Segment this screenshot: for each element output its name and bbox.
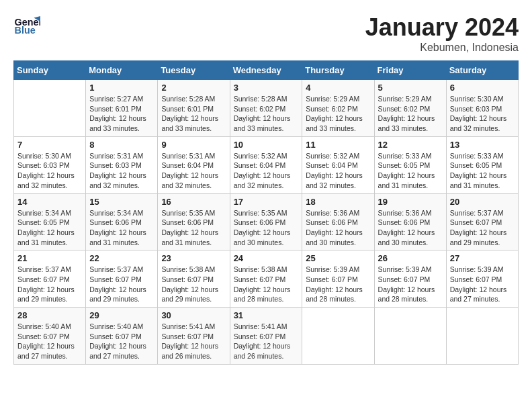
- day-number: 15: [89, 197, 154, 207]
- day-number: 4: [306, 83, 370, 93]
- weekday-header-saturday: Saturday: [446, 61, 518, 80]
- day-info: Sunrise: 5:30 AMSunset: 6:03 PMDaylight:…: [450, 94, 515, 134]
- calendar-cell: 5Sunrise: 5:29 AMSunset: 6:02 PMDaylight…: [374, 80, 446, 137]
- day-number: 2: [161, 83, 226, 93]
- day-info: Sunrise: 5:28 AMSunset: 6:02 PMDaylight:…: [234, 94, 299, 134]
- day-info: Sunrise: 5:39 AMSunset: 6:07 PMDaylight:…: [450, 265, 515, 304]
- day-info: Sunrise: 5:41 AMSunset: 6:07 PMDaylight:…: [234, 322, 299, 361]
- calendar-cell: 19Sunrise: 5:36 AMSunset: 6:06 PMDayligh…: [374, 193, 446, 250]
- day-info: Sunrise: 5:29 AMSunset: 6:02 PMDaylight:…: [378, 94, 443, 134]
- day-number: 10: [234, 140, 299, 150]
- calendar-cell: 3Sunrise: 5:28 AMSunset: 6:02 PMDaylight…: [230, 80, 302, 137]
- calendar-cell: 2Sunrise: 5:28 AMSunset: 6:01 PMDaylight…: [158, 80, 230, 137]
- calendar-cell: 8Sunrise: 5:31 AMSunset: 6:03 PMDaylight…: [86, 136, 158, 193]
- day-number: 7: [17, 140, 82, 150]
- location: Kebumen, Indonesia: [365, 42, 519, 54]
- day-info: Sunrise: 5:37 AMSunset: 6:07 PMDaylight:…: [450, 208, 515, 248]
- calendar-cell: 21Sunrise: 5:37 AMSunset: 6:07 PMDayligh…: [14, 250, 86, 308]
- calendar-cell: 14Sunrise: 5:34 AMSunset: 6:05 PMDayligh…: [14, 193, 86, 250]
- day-number: 6: [450, 83, 515, 93]
- day-number: 30: [161, 310, 226, 320]
- day-info: Sunrise: 5:40 AMSunset: 6:07 PMDaylight:…: [17, 322, 82, 361]
- calendar-cell: 9Sunrise: 5:31 AMSunset: 6:04 PMDaylight…: [158, 136, 230, 193]
- day-number: 20: [450, 197, 515, 207]
- calendar-cell: 6Sunrise: 5:30 AMSunset: 6:03 PMDaylight…: [446, 80, 518, 137]
- day-number: 8: [89, 140, 154, 150]
- day-info: Sunrise: 5:31 AMSunset: 6:03 PMDaylight:…: [89, 151, 154, 191]
- calendar-cell: [374, 308, 446, 365]
- day-number: 22: [89, 253, 154, 263]
- day-info: Sunrise: 5:34 AMSunset: 6:05 PMDaylight:…: [17, 208, 82, 248]
- calendar-cell: 10Sunrise: 5:32 AMSunset: 6:04 PMDayligh…: [230, 136, 302, 193]
- calendar-cell: [14, 80, 86, 137]
- day-info: Sunrise: 5:40 AMSunset: 6:07 PMDaylight:…: [89, 322, 154, 361]
- page-header: General Blue January 2024 Kebumen, Indon…: [13, 13, 519, 54]
- day-info: Sunrise: 5:34 AMSunset: 6:06 PMDaylight:…: [89, 208, 154, 248]
- day-number: 19: [378, 197, 443, 207]
- weekday-header-tuesday: Tuesday: [158, 61, 230, 80]
- day-info: Sunrise: 5:35 AMSunset: 6:06 PMDaylight:…: [234, 208, 299, 248]
- calendar-cell: 13Sunrise: 5:33 AMSunset: 6:05 PMDayligh…: [446, 136, 518, 193]
- day-number: 11: [306, 140, 370, 150]
- logo: General Blue: [13, 13, 43, 40]
- day-info: Sunrise: 5:29 AMSunset: 6:02 PMDaylight:…: [306, 94, 370, 134]
- day-info: Sunrise: 5:41 AMSunset: 6:07 PMDaylight:…: [161, 322, 226, 361]
- calendar-cell: 16Sunrise: 5:35 AMSunset: 6:06 PMDayligh…: [158, 193, 230, 250]
- day-number: 28: [17, 310, 82, 320]
- day-number: 16: [161, 197, 226, 207]
- calendar-cell: 24Sunrise: 5:38 AMSunset: 6:07 PMDayligh…: [230, 250, 302, 308]
- day-info: Sunrise: 5:31 AMSunset: 6:04 PMDaylight:…: [161, 151, 226, 191]
- calendar-cell: 25Sunrise: 5:39 AMSunset: 6:07 PMDayligh…: [302, 250, 374, 308]
- day-number: 9: [161, 140, 226, 150]
- day-number: 21: [17, 253, 82, 263]
- day-number: 13: [450, 140, 515, 150]
- calendar-cell: [446, 308, 518, 365]
- weekday-header-thursday: Thursday: [302, 61, 374, 80]
- day-number: 29: [89, 310, 154, 320]
- day-info: Sunrise: 5:37 AMSunset: 6:07 PMDaylight:…: [17, 265, 82, 304]
- calendar-cell: 12Sunrise: 5:33 AMSunset: 6:05 PMDayligh…: [374, 136, 446, 193]
- day-number: 24: [234, 253, 299, 263]
- calendar-cell: 18Sunrise: 5:36 AMSunset: 6:06 PMDayligh…: [302, 193, 374, 250]
- day-info: Sunrise: 5:38 AMSunset: 6:07 PMDaylight:…: [161, 265, 226, 304]
- day-info: Sunrise: 5:30 AMSunset: 6:03 PMDaylight:…: [17, 151, 82, 191]
- day-number: 1: [89, 83, 154, 93]
- calendar-cell: [302, 308, 374, 365]
- day-info: Sunrise: 5:33 AMSunset: 6:05 PMDaylight:…: [450, 151, 515, 191]
- day-number: 5: [378, 83, 443, 93]
- day-number: 3: [234, 83, 299, 93]
- calendar-cell: 4Sunrise: 5:29 AMSunset: 6:02 PMDaylight…: [302, 80, 374, 137]
- svg-text:Blue: Blue: [15, 25, 36, 36]
- calendar-cell: 1Sunrise: 5:27 AMSunset: 6:01 PMDaylight…: [86, 80, 158, 137]
- calendar-cell: 23Sunrise: 5:38 AMSunset: 6:07 PMDayligh…: [158, 250, 230, 308]
- day-info: Sunrise: 5:32 AMSunset: 6:04 PMDaylight:…: [306, 151, 370, 191]
- day-number: 31: [234, 310, 299, 320]
- day-info: Sunrise: 5:36 AMSunset: 6:06 PMDaylight:…: [306, 208, 370, 248]
- day-number: 25: [306, 253, 370, 263]
- weekday-header-friday: Friday: [374, 61, 446, 80]
- day-info: Sunrise: 5:39 AMSunset: 6:07 PMDaylight:…: [306, 265, 370, 304]
- day-number: 18: [306, 197, 370, 207]
- month-title: January 2024: [365, 13, 519, 42]
- day-info: Sunrise: 5:32 AMSunset: 6:04 PMDaylight:…: [234, 151, 299, 191]
- day-info: Sunrise: 5:36 AMSunset: 6:06 PMDaylight:…: [378, 208, 443, 248]
- day-info: Sunrise: 5:33 AMSunset: 6:05 PMDaylight:…: [378, 151, 443, 191]
- day-number: 17: [234, 197, 299, 207]
- calendar-table: SundayMondayTuesdayWednesdayThursdayFrid…: [13, 60, 519, 365]
- day-info: Sunrise: 5:39 AMSunset: 6:07 PMDaylight:…: [378, 265, 443, 304]
- title-block: January 2024 Kebumen, Indonesia: [365, 13, 519, 54]
- calendar-cell: 15Sunrise: 5:34 AMSunset: 6:06 PMDayligh…: [86, 193, 158, 250]
- calendar-cell: 30Sunrise: 5:41 AMSunset: 6:07 PMDayligh…: [158, 308, 230, 365]
- calendar-cell: 20Sunrise: 5:37 AMSunset: 6:07 PMDayligh…: [446, 193, 518, 250]
- day-info: Sunrise: 5:28 AMSunset: 6:01 PMDaylight:…: [161, 94, 226, 134]
- calendar-cell: 26Sunrise: 5:39 AMSunset: 6:07 PMDayligh…: [374, 250, 446, 308]
- weekday-header-wednesday: Wednesday: [230, 61, 302, 80]
- calendar-cell: 29Sunrise: 5:40 AMSunset: 6:07 PMDayligh…: [86, 308, 158, 365]
- day-number: 12: [378, 140, 443, 150]
- calendar-cell: 17Sunrise: 5:35 AMSunset: 6:06 PMDayligh…: [230, 193, 302, 250]
- weekday-header-monday: Monday: [86, 61, 158, 80]
- calendar-cell: 27Sunrise: 5:39 AMSunset: 6:07 PMDayligh…: [446, 250, 518, 308]
- day-number: 14: [17, 197, 82, 207]
- day-number: 26: [378, 253, 443, 263]
- calendar-cell: 7Sunrise: 5:30 AMSunset: 6:03 PMDaylight…: [14, 136, 86, 193]
